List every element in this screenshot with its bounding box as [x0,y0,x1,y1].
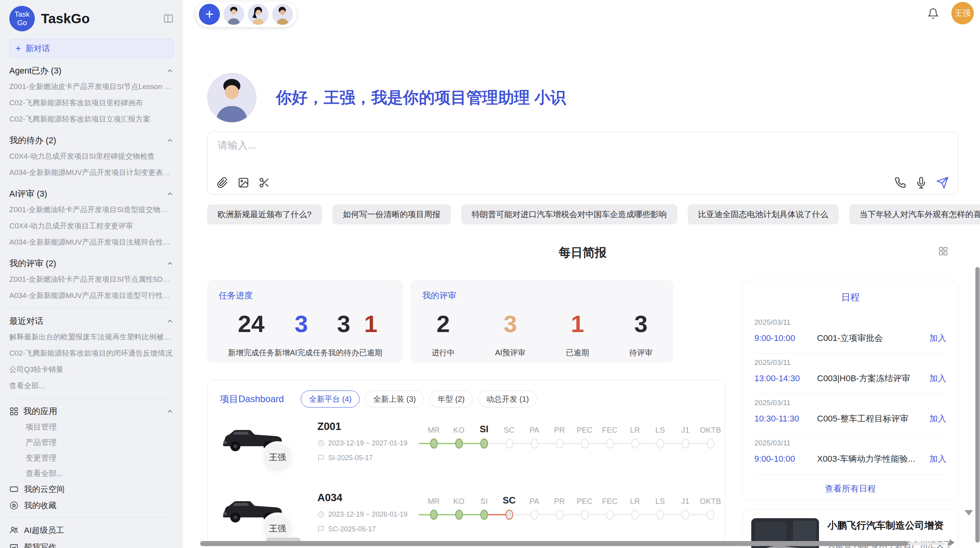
recent-chat-item[interactable]: 解释最新出台的欧盟报废车法规再生塑料比例被调至15%... [9,329,174,345]
recent-chat-item[interactable]: 查看全部... [9,378,174,394]
join-meeting-link[interactable]: 加入 [929,332,946,344]
sidebar-task-item[interactable]: C02-飞腾新能源轻客改款项目立项汇报方案 [9,111,174,127]
dashboard-tab[interactable]: 年型 (2) [429,390,473,408]
suggestion-chip[interactable]: 如何写一份清晰的项目周报 [332,204,451,224]
scroll-down-arrow-icon[interactable] [965,510,973,515]
milestone-dot[interactable] [606,438,614,449]
agent-avatar[interactable] [248,4,269,25]
dashboard-tabs: 全新平台 (4) 全新上装 (3) 年型 (2) 动总开发 (1) [301,390,537,408]
milestone-dot[interactable] [480,510,488,520]
milestone-dot[interactable] [631,438,639,449]
milestone-dot[interactable] [430,510,438,520]
milestone-dot[interactable] [707,438,714,449]
milestone-dot[interactable] [656,510,664,520]
sidebar-item-help-me-write[interactable]: 帮我写作 [9,539,174,548]
milestone-dot[interactable] [505,510,513,520]
milestone-dot[interactable] [707,510,714,520]
sidebar-task-item[interactable]: A034-全新新能源MUV产品开发项目法规符合性评审 [9,234,174,250]
chevron-up-icon[interactable] [166,67,174,75]
recent-chat-item[interactable]: 公司Q3轻卡销量 [9,361,174,378]
sidebar-task-item[interactable]: A034-全新新能源MUV产品开发项目造型可行性评审 [9,288,174,304]
view-all-schedule-link[interactable]: 查看所有日程 [754,483,946,495]
new-chat-button[interactable]: + 新对话 [9,39,174,58]
schedule-date: 2025/03/11 [754,439,946,447]
sidebar-section-header[interactable]: 我的评审 (2) [9,256,174,271]
app-item[interactable]: 查看全部... [9,466,174,481]
dashboard-tab[interactable]: 全新上装 (3) [365,390,424,408]
add-agent-button[interactable]: + [199,4,220,25]
schedule-item: 2025/03/11 9:00-10:00 C001-立项审批会 加入 [754,313,946,354]
milestone-dot[interactable] [581,510,589,520]
milestone-dot[interactable] [581,438,589,449]
sidebar-item-cloud-space[interactable]: 我的云空间 [9,481,174,497]
milestone-dot[interactable] [682,510,689,520]
agent-avatar[interactable] [223,4,244,25]
milestone-dot[interactable] [631,510,639,520]
dashboard-tab[interactable]: 全新平台 (4) [301,390,360,408]
chevron-up-icon[interactable] [166,137,174,144]
chat-input[interactable] [217,139,950,152]
stat-value: 24 [238,310,265,337]
send-icon[interactable] [936,176,949,189]
chevron-up-icon[interactable] [166,317,174,325]
suggestion-chip[interactable]: 比亚迪全固态电池计划具体说了什么 [688,204,839,224]
phone-call-icon[interactable] [894,177,906,188]
sidebar-task-item[interactable]: Z001-全新燃油皮卡产品开发项目SI节点Lesson Learn报告 [9,79,174,95]
microphone-icon[interactable] [915,177,927,188]
suggestion-chip[interactable]: 特朗普可能对进口汽车增税会对中国车企造成哪些影响 [461,204,677,224]
app-item[interactable]: 变更管理 [9,450,174,466]
milestone-dot[interactable] [656,438,664,449]
milestone-label: MR [428,421,440,435]
agent-avatar[interactable] [272,4,293,25]
notifications-bell-icon[interactable] [927,8,939,19]
chevron-up-icon[interactable] [166,190,174,198]
collapse-sidebar-icon[interactable] [163,13,174,24]
milestone-dot[interactable] [531,438,538,449]
sidebar-section-header[interactable]: 我的待办 (2) [9,133,174,148]
sidebar-item-ai-super-staff[interactable]: AI超级员工 [9,522,174,539]
sidebar-task-item[interactable]: A034-全新新能源MUV产品开发项目计划变更表编写 [9,164,174,181]
milestone-dot[interactable] [455,510,463,520]
milestone-dot[interactable] [531,510,538,520]
join-meeting-link[interactable]: 加入 [929,413,946,425]
sidebar-item-favorites[interactable]: 我的收藏 [9,497,174,514]
layout-grid-icon[interactable] [938,246,948,256]
milestone-dot[interactable] [505,438,513,449]
milestone-dot[interactable] [556,438,564,449]
sidebar-section-header[interactable]: Agent已办 (3) [9,63,174,79]
milestone-dot[interactable] [606,510,614,520]
scissors-icon[interactable] [259,177,270,188]
recent-chat-item[interactable]: C02-飞腾新能源轻客改款项目的闭环通告反馈情况 [9,345,174,361]
scroll-right-arrow-icon[interactable] [949,539,954,546]
join-meeting-link[interactable]: 加入 [929,373,946,384]
milestone-dot[interactable] [682,438,689,449]
chevron-up-icon[interactable] [166,408,174,415]
horizontal-scrollbar-thumb[interactable] [200,541,908,546]
app-item[interactable]: 产品管理 [9,435,174,450]
sidebar-task-item[interactable]: C0X4-动力总成开发项目SI里程碑提交物检查 [9,148,174,164]
chevron-up-icon[interactable] [166,260,174,267]
join-meeting-link[interactable]: 加入 [929,453,946,465]
sidebar-task-item[interactable]: C02-飞腾新能源轻客改款项目里程碑画布 [9,95,174,111]
suggestion-chip[interactable]: 欧洲新规最近颁布了什么? [207,204,322,224]
project-row[interactable]: 王强 A034 2023-12-19 ~ 2026 [220,491,713,543]
my-apps-header[interactable]: 我的应用 [9,404,174,419]
sidebar-task-item[interactable]: Z001-全新燃油轻卡产品开发项目SI造型提交物评审 [9,202,174,218]
sidebar-task-item[interactable]: C0X4-动力总成开发项目工程变更评审 [9,218,174,234]
milestone-dot[interactable] [556,510,564,520]
flag-icon [317,526,325,533]
vertical-scrollbar-thumb[interactable] [975,267,980,543]
app-item[interactable]: 项目管理 [9,419,174,435]
image-icon[interactable] [238,177,249,188]
attachment-icon[interactable] [217,177,228,188]
milestone-dot[interactable] [480,438,488,449]
sidebar-section-header[interactable]: AI评审 (3) [9,186,174,202]
sidebar-task-item[interactable]: Z001-全新燃油轻卡产品开发项目SI节点属性5D文件评审 [9,271,174,288]
user-avatar[interactable]: 王强 [951,2,974,24]
recent-chats-header[interactable]: 最近对话 [9,313,174,329]
dashboard-tab[interactable]: 动总开发 (1) [478,390,537,408]
project-row[interactable]: 王强 Z001 2023-12-19 ~ 2027 [220,420,713,479]
milestone-dot[interactable] [430,438,438,449]
suggestion-chip[interactable]: 当下年轻人对汽车外观有怎样的喜好趋势 [849,204,980,224]
milestone-dot[interactable] [455,438,463,449]
